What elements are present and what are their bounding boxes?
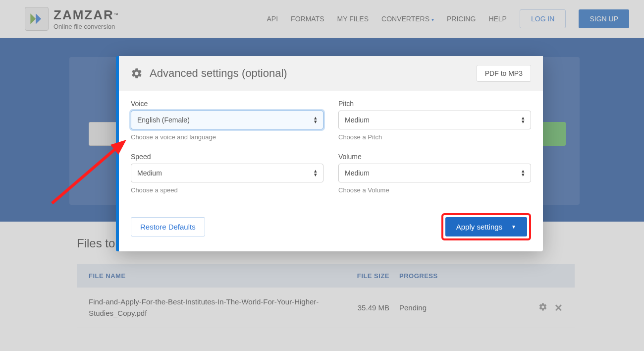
pitch-value: Medium [345, 116, 370, 124]
volume-label: Volume [338, 153, 531, 161]
speed-hint: Choose a speed [131, 186, 323, 194]
field-speed: Speed Medium ▴▾ Choose a speed [131, 153, 323, 201]
speed-select[interactable]: Medium ▴▾ [131, 164, 323, 182]
modal-title: Advanced settings (optional) [150, 67, 470, 80]
voice-select[interactable]: English (Female) ▴▾ [131, 111, 323, 129]
apply-label: Apply settings [456, 223, 502, 231]
pitch-hint: Choose a Pitch [338, 133, 531, 141]
conversion-badge[interactable]: PDF to MP3 [477, 65, 531, 82]
caret-down-icon: ▼ [511, 224, 516, 230]
field-pitch: Pitch Medium ▴▾ Choose a Pitch [338, 100, 531, 148]
pitch-select[interactable]: Medium ▴▾ [338, 111, 531, 129]
advanced-settings-modal: Advanced settings (optional) PDF to MP3 … [116, 56, 543, 251]
caret-icon: ▴▾ [314, 116, 317, 123]
voice-hint: Choose a voice and language [131, 133, 323, 141]
speed-value: Medium [137, 169, 162, 177]
caret-icon: ▴▾ [522, 169, 525, 176]
volume-select[interactable]: Medium ▴▾ [338, 164, 531, 182]
field-volume: Volume Medium ▴▾ Choose a Volume [338, 153, 531, 201]
volume-value: Medium [345, 169, 370, 177]
volume-hint: Choose a Volume [338, 186, 531, 194]
pitch-label: Pitch [338, 100, 531, 108]
speed-label: Speed [131, 153, 323, 161]
voice-value: English (Female) [137, 116, 190, 124]
modal-header: Advanced settings (optional) PDF to MP3 [119, 56, 543, 91]
caret-icon: ▴▾ [314, 169, 317, 176]
modal-body: Voice English (Female) ▴▾ Choose a voice… [119, 91, 543, 204]
restore-defaults-button[interactable]: Restore Defaults [131, 217, 205, 236]
apply-highlight: Apply settings ▼ [441, 213, 531, 240]
apply-settings-button[interactable]: Apply settings ▼ [445, 217, 527, 236]
gear-icon [131, 67, 143, 79]
caret-icon: ▴▾ [522, 116, 525, 123]
field-voice: Voice English (Female) ▴▾ Choose a voice… [131, 100, 323, 148]
voice-label: Voice [131, 100, 323, 108]
modal-footer: Restore Defaults Apply settings ▼ [119, 204, 543, 251]
